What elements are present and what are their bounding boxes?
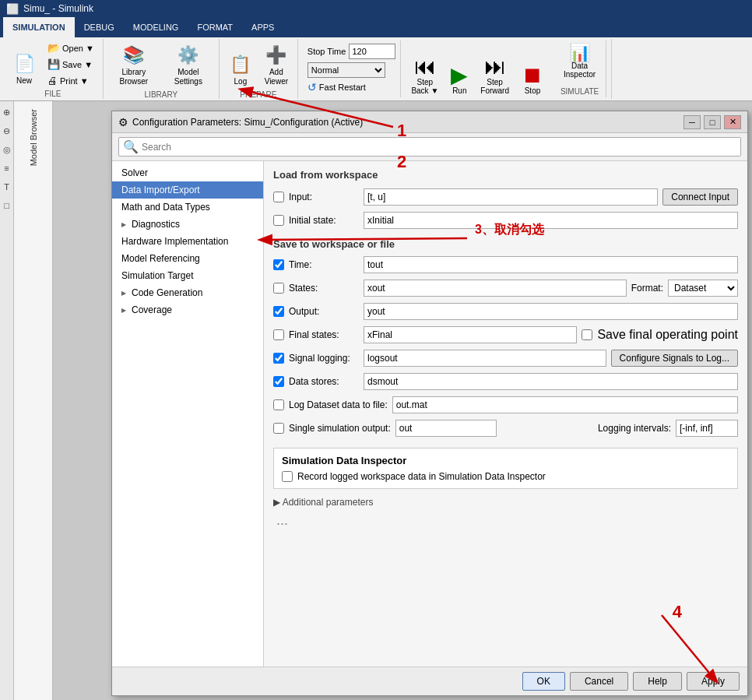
data-inspector-button[interactable]: 📊 DataInspector [558,42,601,81]
sidebar-icon-4[interactable]: ≡ [1,162,13,174]
initial-state-checkbox[interactable] [273,215,284,226]
additional-params[interactable]: ▶ Additional parameters [273,497,738,508]
log-dataset-row: Log Dataset data to file: [273,396,738,413]
nav-data-import-export[interactable]: Data Import/Export [112,181,263,199]
dialog-titlebar: ⚙ Configuration Parameters: Simu_/Config… [112,111,747,133]
tab-format[interactable]: FORMAT [188,17,242,37]
apply-button[interactable]: Apply [687,672,740,691]
time-label: Time: [289,259,359,270]
output-field[interactable] [364,303,738,320]
nav-code-gen[interactable]: Code Generation [112,284,263,301]
log-button[interactable]: 📋 Log [224,50,257,89]
nav-math-data-types[interactable]: Math and Data Types [112,199,263,216]
new-button[interactable]: 📄 New [8,49,40,88]
prepare-group-label: PREPARE [240,90,276,99]
connect-input-button[interactable]: Connect Input [662,188,738,206]
signal-logging-label: Signal logging: [289,353,359,364]
cancel-button[interactable]: Cancel [570,672,628,691]
sdi-title: Simulation Data Inspector [282,455,729,466]
output-checkbox[interactable] [273,306,284,317]
stop-icon: ⏹ [522,65,543,86]
model-settings-button[interactable]: ⚙️ Model Settings [163,40,214,89]
minimize-button[interactable]: ─ [683,115,701,129]
tab-modeling[interactable]: MODELING [124,17,188,37]
final-states-field[interactable] [364,326,577,343]
initial-state-label: Initial state: [289,215,359,226]
sdi-checkbox[interactable] [282,471,293,482]
sidebar-icon-6[interactable]: □ [1,199,13,212]
input-checkbox[interactable] [273,192,284,202]
file-group-label: FILE [44,90,61,98]
ribbon-group-prepare: 📋 Log ➕ AddViewer PREPARE [220,39,298,99]
run-button[interactable]: ▶ Run [445,62,473,97]
file-small-btns: 📂 Open ▼ 💾 Save ▼ 🖨 Print ▼ [44,40,98,88]
sidebar-icon-3[interactable]: ◎ [1,143,13,156]
nav-solver[interactable]: Solver [112,164,263,181]
stop-time-input[interactable] [349,44,395,59]
states-field[interactable] [364,280,627,297]
nav-diagnostics[interactable]: Diagnostics [112,216,263,233]
stop-button[interactable]: ⏹ Stop [516,62,549,97]
nav-model-ref[interactable]: Model Referencing [112,250,263,267]
sidebar-icon-5[interactable]: T [1,181,13,193]
save-section-header: Save to workspace or file [273,238,738,250]
step-back-icon: ⏮ [414,56,436,78]
data-stores-field[interactable] [364,373,738,390]
format-label: Format: [631,283,663,294]
single-sim-field[interactable] [395,420,497,437]
help-button[interactable]: Help [633,672,682,691]
final-states-label: Final states: [289,329,359,340]
input-field[interactable] [364,188,658,206]
log-dataset-field[interactable] [392,396,738,413]
tab-simulation[interactable]: SIMULATION [3,17,75,37]
log-dataset-label: Log Dataset data to file: [289,399,388,410]
log-icon: 📋 [228,52,253,77]
sidebar-icon-1[interactable]: ⊕ [1,106,13,118]
final-states-checkbox[interactable] [273,329,284,340]
left-sidebar: ⊕ ⊖ ◎ ≡ T □ [0,101,14,700]
save-final-checkbox[interactable] [582,329,592,340]
save-button[interactable]: 💾 Save ▼ [44,57,98,72]
single-sim-checkbox[interactable] [273,423,284,434]
signal-logging-field[interactable] [364,350,606,367]
tab-apps[interactable]: APPS [242,17,283,37]
add-viewer-icon: ➕ [264,43,289,68]
states-label: States: [289,283,359,294]
dialog-title-icon: ⚙ [118,116,128,128]
dialog-search-area: 🔍 [112,133,747,161]
library-group-label: LIBRARY [145,90,178,99]
tab-debug[interactable]: DEBUG [75,17,124,37]
step-back-button[interactable]: ⏮ StepBack ▼ [406,54,444,97]
additional-params-label: ▶ Additional parameters [273,497,373,508]
open-button[interactable]: 📂 Open ▼ [44,40,98,55]
simulate-group-label: SIMULATE [560,87,599,96]
add-viewer-button[interactable]: ➕ AddViewer [260,40,293,89]
configure-signals-button[interactable]: Configure Signals to Log... [611,350,738,367]
initial-state-field[interactable] [364,212,738,229]
sidebar-icon-2[interactable]: ⊖ [1,125,13,137]
log-dataset-checkbox[interactable] [273,399,284,410]
states-row: States: Format: Dataset Array [273,280,738,297]
library-icon: 📚 [121,43,146,68]
search-input[interactable] [142,142,736,153]
nav-hardware-impl[interactable]: Hardware Implementation [112,233,263,250]
data-stores-checkbox[interactable] [273,376,284,387]
nav-coverage[interactable]: Coverage [112,301,263,318]
output-row: Output: [273,303,738,320]
maximize-button[interactable]: □ [704,115,721,129]
logging-intervals-field[interactable] [676,420,738,437]
ok-button[interactable]: OK [522,672,565,691]
signal-logging-checkbox[interactable] [273,353,284,364]
save-icon: 💾 [47,58,60,70]
library-browser-button[interactable]: 📚 Library Browser [108,40,160,89]
time-checkbox[interactable] [273,259,284,270]
time-field[interactable] [364,256,738,273]
step-forward-button[interactable]: ⏭ StepForward [475,54,515,97]
close-button[interactable]: ✕ [724,115,741,129]
format-select[interactable]: Dataset Array [668,280,738,297]
load-section-header: Load from workspace [273,169,738,181]
print-button[interactable]: 🖨 Print ▼ [44,73,98,88]
mode-select[interactable]: Normal Accelerator [307,62,385,78]
nav-sim-target[interactable]: Simulation Target [112,267,263,284]
states-checkbox[interactable] [273,283,284,294]
